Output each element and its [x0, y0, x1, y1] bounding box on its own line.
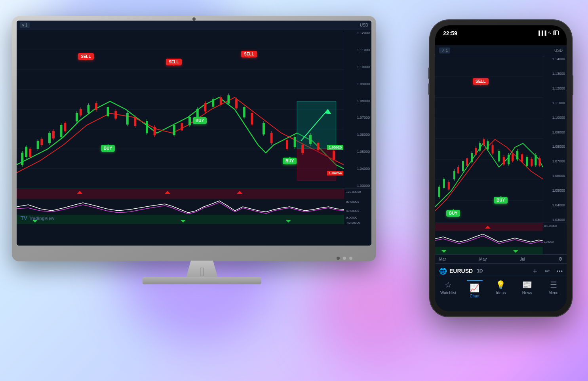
imac-currency: USD	[360, 23, 368, 27]
ideas-icon: 💡	[496, 280, 506, 290]
imac-dot-3	[349, 257, 352, 260]
price-label-4: 1.09000	[346, 82, 370, 86]
iphone-price-labels: 1.14000 1.13000 1.12000 1.11000 1.10000 …	[543, 56, 567, 223]
timeframe: 1D	[477, 268, 483, 274]
scene: v 1 USD	[0, 0, 588, 381]
iphone-pair-info: 🌐 EURUSD 1D	[439, 267, 483, 275]
iphone-chart-main: SELL BUY BUY 1.14000 1.13000 1.12000 1.1…	[435, 56, 567, 223]
price-label-1: 1.12000	[346, 31, 370, 35]
status-time: 22:59	[443, 30, 457, 36]
price-label-6: 1.07000	[346, 116, 370, 120]
iphone-buy-signal-1: BUY	[494, 197, 508, 204]
imac-chart-main: SELL SELL SELL BUY BUY BUY 1.12000 1.110…	[17, 30, 371, 189]
chart-label: Chart	[470, 294, 479, 298]
iphone-wrapper: 22:59 ▐▐▐ ∿ ▌ ✓ 1 USD	[430, 20, 572, 317]
svg-text:100.00000: 100.00000	[544, 225, 557, 227]
iphone-price-11: 1.04000	[545, 203, 565, 207]
price-label-10: 1.03000	[346, 184, 370, 188]
iphone-bottom-icons: ＋ ✏ •••	[531, 266, 563, 276]
svg-rect-158	[435, 247, 543, 254]
dynamic-island	[477, 29, 525, 41]
tv-logo-icon: TV	[21, 215, 27, 221]
date-mar: Mar	[439, 257, 446, 261]
iphone-price-10: 1.05000	[545, 189, 565, 192]
iphone-candle-svg	[435, 56, 543, 223]
date-jul: Jul	[520, 257, 525, 261]
iphone-pair-badge[interactable]: ✓ 1	[439, 48, 450, 53]
chart-active-bar	[467, 280, 483, 281]
pair-globe-icon: 🌐	[439, 267, 447, 275]
nav-ideas[interactable]: 💡 Ideas	[490, 280, 512, 295]
svg-rect-90	[17, 215, 344, 224]
imac-screen: v 1 USD	[17, 21, 371, 246]
nav-menu[interactable]: ☰ Menu	[542, 280, 564, 295]
iphone-price-5: 1.10000	[545, 116, 565, 120]
date-settings-icon[interactable]: ⚙	[558, 256, 563, 262]
signal-icon: ▐▐▐	[537, 30, 546, 35]
imac-price-tag-green: 1.05625	[327, 145, 343, 150]
nav-watchlist[interactable]: ☆ Watchlist	[438, 280, 459, 295]
iphone-price-3: 1.12000	[545, 86, 565, 90]
svg-rect-89	[17, 189, 344, 199]
imac-dot-2	[343, 257, 346, 260]
svg-rect-102	[435, 56, 543, 223]
svg-text:40.00000: 40.00000	[346, 209, 359, 213]
imac-topbar-left: v 1	[20, 22, 30, 28]
price-label-7: 1.06000	[346, 133, 370, 137]
iphone-toolbar: ✓ 1 USD	[435, 45, 567, 56]
imac-indicator-svg: 120.00000 80.00000 40.00000 0.00000 -43.…	[17, 189, 371, 224]
iphone-indicator-area: 100.00000 0.00000	[435, 223, 567, 254]
pencil-icon[interactable]: ✏	[545, 267, 550, 274]
imac-price-tag-red: 1.04254	[327, 171, 343, 175]
iphone-indicator-svg: 100.00000 0.00000	[435, 223, 567, 254]
imac-price-labels: 1.12000 1.11000 1.10000 1.09000 1.08000 …	[344, 30, 371, 189]
imac-sell-signal-2: SELL	[166, 59, 182, 65]
iphone-price-1: 1.14000	[545, 57, 565, 61]
tv-logo-text: TradingView	[29, 216, 55, 221]
add-icon[interactable]: ＋	[531, 266, 539, 276]
apple-logo-icon: 	[200, 265, 204, 279]
price-label-9: 1.04000	[346, 167, 370, 171]
iphone-nav: ☆ Watchlist 📈 Chart 💡 Ideas	[435, 276, 567, 311]
price-label-8: 1.05000	[346, 150, 370, 154]
menu-icon: ☰	[550, 280, 557, 290]
svg-text:80.00000: 80.00000	[346, 200, 359, 204]
iphone-price-2: 1.13000	[545, 72, 565, 76]
imac-buy-signal-3: BUY	[283, 158, 297, 164]
watchlist-label: Watchlist	[440, 291, 456, 295]
price-label-2: 1.11000	[346, 48, 370, 52]
iphone-volume-down	[428, 83, 430, 95]
svg-text:0.00000: 0.00000	[346, 216, 358, 219]
svg-text:0.00000: 0.00000	[544, 240, 554, 243]
imac-buy-signal-1: BUY	[101, 145, 115, 152]
nav-chart[interactable]: 📈 Chart	[464, 280, 485, 298]
iphone-body: 22:59 ▐▐▐ ∿ ▌ ✓ 1 USD	[430, 20, 572, 317]
price-label-5: 1.08000	[346, 99, 370, 103]
iphone-date-bar: Mar May Jul ⚙	[435, 254, 567, 263]
menu-label: Menu	[548, 291, 558, 295]
imac-dots	[337, 257, 352, 260]
tradingview-logo: TV TradingView	[21, 215, 54, 221]
price-label-3: 1.10000	[346, 65, 370, 69]
nav-news[interactable]: 📰 News	[516, 280, 538, 295]
imac-pair-badge[interactable]: v 1	[20, 22, 30, 28]
iphone-price-8: 1.07000	[545, 159, 565, 163]
imac-camera	[192, 17, 196, 21]
more-icon[interactable]: •••	[556, 268, 563, 274]
wifi-icon: ∿	[548, 30, 552, 35]
iphone-price-9: 1.06000	[545, 174, 565, 178]
watchlist-icon: ☆	[445, 280, 452, 290]
imac-candle-svg	[17, 30, 344, 189]
imac-indicator-area: 120.00000 80.00000 40.00000 0.00000 -43.…	[17, 189, 371, 224]
imac-bezel: v 1 USD	[12, 16, 376, 261]
iphone-price-4: 1.11000	[545, 101, 565, 105]
news-label: News	[522, 291, 532, 295]
imac-buy-signal-2: BUY	[193, 117, 207, 124]
iphone-currency: USD	[554, 48, 563, 53]
date-may: May	[479, 257, 487, 261]
imac-wrapper: v 1 USD	[12, 16, 392, 356]
chart-icon: 📈	[470, 283, 480, 293]
imac-chart-screen: v 1 USD	[17, 21, 371, 246]
svg-rect-8	[297, 101, 336, 149]
ideas-label: Ideas	[496, 291, 506, 295]
